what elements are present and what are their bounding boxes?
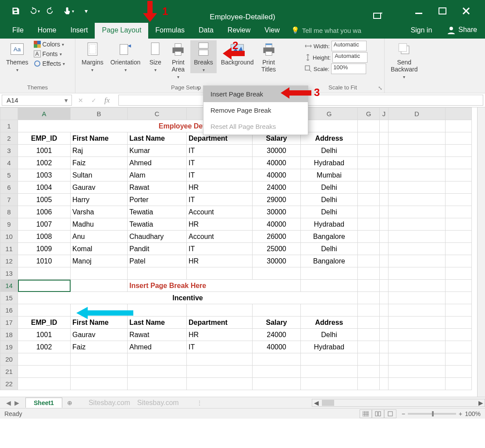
table-cell[interactable]: Anu — [71, 231, 128, 243]
table-cell[interactable]: Faiz — [71, 341, 128, 353]
table-cell[interactable]: 1008 — [18, 231, 71, 243]
tab-data[interactable]: Data — [192, 23, 221, 39]
col-header-J[interactable]: J — [380, 108, 389, 120]
sheet-tab-sheet1[interactable]: Sheet1 — [25, 398, 62, 408]
table-cell[interactable]: HR — [187, 329, 253, 341]
table-cell[interactable]: Delhi — [301, 329, 358, 341]
table-cell[interactable]: IT — [187, 194, 253, 206]
new-sheet-button[interactable]: ⊕ — [64, 398, 75, 408]
table-cell[interactable]: Sultan — [71, 169, 128, 181]
row-header[interactable]: 4 — [0, 157, 18, 169]
table-cell[interactable]: Account — [187, 231, 253, 243]
table-cell[interactable]: 40000 — [253, 169, 301, 181]
table-cell[interactable]: 1003 — [18, 169, 71, 181]
col-header-G[interactable]: G — [301, 108, 358, 120]
table-cell[interactable]: Rawat — [128, 181, 187, 194]
table-cell[interactable]: 29000 — [253, 194, 301, 206]
undo-icon[interactable]: ▾ — [25, 3, 41, 19]
table-cell[interactable]: Raj — [71, 145, 128, 157]
table-header[interactable]: Department — [187, 316, 253, 329]
table-cell[interactable]: Delhi — [301, 194, 358, 206]
row-header[interactable]: 20 — [0, 353, 18, 366]
table-cell[interactable]: 1010 — [18, 255, 71, 267]
table-cell[interactable]: Varsha — [71, 206, 128, 218]
row-header[interactable]: 18 — [0, 329, 18, 341]
fonts-button[interactable]: AFonts ▾ — [33, 50, 66, 58]
tab-page-layout[interactable]: Page Layout — [95, 23, 148, 39]
send-backward-button[interactable]: Send Backward▾ — [388, 40, 420, 80]
table-cell[interactable]: Tewatia — [128, 218, 187, 231]
sheet-nav-prev-icon[interactable]: ◀ — [6, 399, 11, 406]
page-layout-view-icon[interactable] — [372, 409, 384, 418]
row-header[interactable]: 5 — [0, 169, 18, 181]
scroll-thumb[interactable] — [322, 400, 334, 406]
print-titles-button[interactable]: Print Titles — [258, 40, 279, 74]
table-header[interactable]: Address — [301, 316, 358, 329]
split-handle-icon[interactable]: ⋮ — [196, 399, 203, 406]
sheet-nav-next-icon[interactable]: ▶ — [14, 399, 19, 406]
table-header[interactable]: Last Name — [128, 132, 187, 145]
table-cell[interactable]: Gaurav — [71, 329, 128, 341]
table-cell[interactable]: 30000 — [253, 255, 301, 267]
table-cell[interactable]: Rawat — [128, 329, 187, 341]
table-cell[interactable]: IT — [187, 145, 253, 157]
tab-file[interactable]: File — [5, 23, 31, 39]
size-button[interactable]: Size▾ — [145, 40, 166, 73]
height-combo[interactable]: Automatic — [332, 52, 367, 63]
table-cell[interactable]: Account — [187, 206, 253, 218]
row-header[interactable]: 15 — [0, 292, 18, 304]
table-cell[interactable]: Bangalore — [301, 255, 358, 267]
customize-qat-icon[interactable]: ▾ — [78, 3, 94, 19]
scale-launcher-icon[interactable]: ⤡ — [378, 85, 382, 91]
row-header[interactable]: 13 — [0, 267, 18, 280]
table-cell[interactable]: HR — [187, 218, 253, 231]
tab-insert[interactable]: Insert — [63, 23, 95, 39]
share-button[interactable]: Share — [439, 22, 485, 39]
print-area-button[interactable]: Print Area▾ — [168, 40, 189, 80]
accept-formula-icon[interactable]: ✓ — [91, 97, 96, 104]
table-cell[interactable]: Harry — [71, 194, 128, 206]
table-cell[interactable]: 1006 — [18, 206, 71, 218]
scale-combo[interactable]: 100% — [331, 64, 366, 74]
scroll-left-icon[interactable]: ◀ — [312, 399, 320, 406]
normal-view-icon[interactable] — [360, 409, 372, 418]
table-header[interactable]: EMP_ID — [18, 316, 71, 329]
table-cell[interactable]: Porter — [128, 194, 187, 206]
table-cell[interactable]: 1004 — [18, 181, 71, 194]
table-cell[interactable]: IT — [187, 157, 253, 169]
vertical-scrollbar[interactable] — [477, 107, 485, 397]
colors-button[interactable]: Colors ▾ — [33, 40, 66, 48]
page-break-view-icon[interactable] — [384, 409, 396, 418]
row-header[interactable]: 6 — [0, 181, 18, 194]
table-cell[interactable]: 24000 — [253, 181, 301, 194]
redo-icon[interactable] — [43, 3, 59, 19]
col-header-A[interactable]: A — [18, 108, 71, 120]
table-cell[interactable]: 1005 — [18, 194, 71, 206]
row-header[interactable]: 16 — [0, 304, 18, 316]
zoom-slider[interactable] — [408, 413, 456, 415]
row-header[interactable]: 12 — [0, 255, 18, 267]
table-cell[interactable]: 1001 — [18, 329, 71, 341]
table-cell[interactable]: Mumbai — [301, 169, 358, 181]
row-header[interactable]: 2 — [0, 132, 18, 145]
table-cell[interactable]: 26000 — [253, 231, 301, 243]
table-cell[interactable]: IT — [187, 169, 253, 181]
table-cell[interactable]: Komal — [71, 243, 128, 255]
table-cell[interactable]: 1007 — [18, 218, 71, 231]
spreadsheet-grid[interactable]: A B C E F G G J D 1Employee Details 2EMP… — [0, 107, 472, 390]
breaks-button[interactable]: Breaks▾ — [190, 40, 217, 73]
signin-button[interactable]: Sign in — [403, 23, 439, 39]
row-header[interactable]: 8 — [0, 206, 18, 218]
table-cell[interactable]: 1001 — [18, 145, 71, 157]
table-cell[interactable]: 30000 — [253, 206, 301, 218]
row-header[interactable]: 11 — [0, 243, 18, 255]
width-combo[interactable]: Automatic — [332, 41, 367, 51]
table-cell[interactable]: Patel — [128, 255, 187, 267]
save-icon[interactable] — [8, 3, 24, 19]
name-box-dropdown-icon[interactable]: ▾ — [61, 96, 71, 104]
scroll-right-icon[interactable]: ▶ — [477, 399, 485, 406]
row-header[interactable]: 21 — [0, 366, 18, 378]
table-header[interactable]: Address — [301, 132, 358, 145]
table-cell[interactable]: 1009 — [18, 243, 71, 255]
effects-button[interactable]: Effects ▾ — [33, 60, 66, 68]
